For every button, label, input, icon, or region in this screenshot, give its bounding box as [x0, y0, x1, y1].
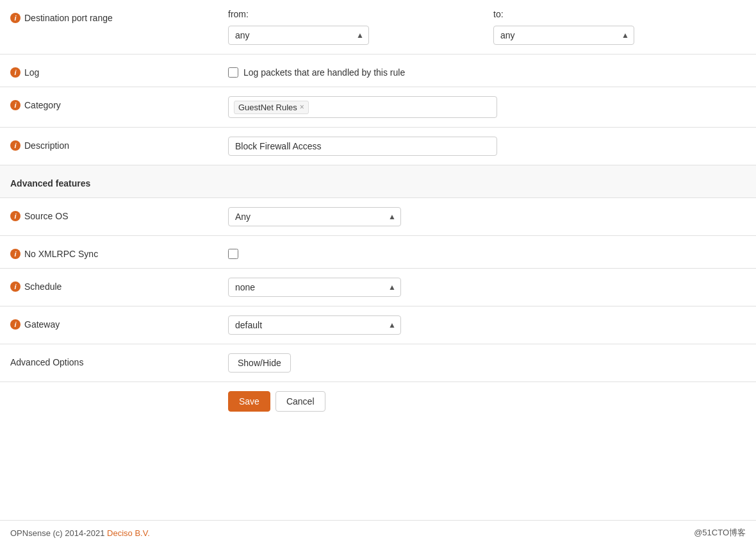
advanced-options-row: Advanced Options Show/Hide [0, 344, 756, 382]
category-label: i Category [10, 96, 228, 110]
category-tag-remove-icon[interactable]: × [300, 103, 304, 112]
footer-left: OPNsense (c) 2014-2021 Deciso B.V. [10, 528, 150, 538]
schedule-info-icon[interactable]: i [10, 281, 21, 292]
advanced-features-label: Advanced features [10, 174, 228, 189]
main-form: i Destination port range from: any ▲ to: [0, 0, 756, 421]
save-button[interactable]: Save [228, 391, 270, 412]
schedule-row: i Schedule none ▲ [0, 269, 756, 306]
log-controls: Log packets that are handled by this rul… [228, 63, 746, 78]
category-info-icon[interactable]: i [10, 100, 21, 110]
port-to-select[interactable]: any [493, 26, 634, 45]
destination-port-range-row: i Destination port range from: any ▲ to: [0, 0, 756, 55]
category-controls: GuestNet Rules × [228, 96, 746, 118]
from-label: from: [228, 9, 481, 22]
description-info-icon[interactable]: i [10, 140, 21, 151]
footer-left-text: OPNsense (c) 2014-2021 [10, 528, 107, 538]
gateway-info-icon[interactable]: i [10, 319, 21, 330]
cancel-button[interactable]: Cancel [275, 391, 325, 412]
log-label: i Log [10, 63, 228, 78]
port-from-section: from: any ▲ [228, 9, 481, 45]
source-os-row: i Source OS Any ▲ [0, 198, 756, 236]
source-os-wrapper: Any ▲ [228, 207, 401, 226]
actions-controls: Save Cancel [228, 391, 746, 412]
port-range-container: from: any ▲ to: any ▲ [228, 9, 746, 45]
gateway-row: i Gateway default ▲ [0, 306, 756, 344]
destination-port-range-label: i Destination port range [10, 9, 228, 23]
source-os-info-icon[interactable]: i [10, 211, 21, 221]
buttons-row: Save Cancel [228, 391, 325, 412]
description-controls [228, 137, 746, 156]
description-input[interactable] [228, 137, 497, 156]
source-os-controls: Any ▲ [228, 207, 746, 226]
description-row: i Description [0, 128, 756, 165]
footer-link[interactable]: Deciso B.V. [107, 528, 150, 538]
no-xmlrpc-controls [228, 245, 746, 259]
no-xmlrpc-checkbox-container [228, 245, 238, 259]
description-label: i Description [10, 137, 228, 151]
log-checkbox[interactable] [228, 67, 238, 78]
destination-port-range-info-icon[interactable]: i [10, 13, 21, 23]
actions-label-spacer [10, 391, 228, 395]
no-xmlrpc-info-icon[interactable]: i [10, 249, 21, 259]
schedule-wrapper: none ▲ [228, 278, 401, 297]
schedule-select[interactable]: none [228, 278, 401, 297]
gateway-controls: default ▲ [228, 315, 746, 335]
port-from-select[interactable]: any [228, 26, 369, 45]
advanced-options-label: Advanced Options [10, 353, 228, 367]
port-to-section: to: any ▲ [493, 9, 746, 45]
log-info-icon[interactable]: i [10, 67, 21, 78]
schedule-label: i Schedule [10, 278, 228, 292]
source-os-label: i Source OS [10, 207, 228, 221]
gateway-label: i Gateway [10, 315, 228, 330]
log-checkbox-label: Log packets that are handled by this rul… [243, 67, 405, 78]
port-from-wrapper: any ▲ [228, 26, 369, 45]
no-xmlrpc-checkbox[interactable] [228, 249, 238, 259]
log-row: i Log Log packets that are handled by th… [0, 55, 756, 87]
footer-right: @51CTO博客 [694, 527, 746, 539]
actions-row: Save Cancel [0, 382, 756, 421]
footer: OPNsense (c) 2014-2021 Deciso B.V. @51CT… [0, 520, 756, 545]
log-checkbox-container: Log packets that are handled by this rul… [228, 63, 405, 78]
to-label: to: [493, 9, 746, 22]
gateway-wrapper: default ▲ [228, 315, 401, 335]
category-tag-guestnet: GuestNet Rules × [234, 101, 309, 114]
no-xmlrpc-label: i No XMLRPC Sync [10, 245, 228, 259]
category-row: i Category GuestNet Rules × [0, 87, 756, 128]
category-tags-input[interactable]: GuestNet Rules × [228, 96, 497, 118]
advanced-features-header: Advanced features [0, 165, 756, 198]
no-xmlrpc-row: i No XMLRPC Sync [0, 236, 756, 269]
port-to-wrapper: any ▲ [493, 26, 634, 45]
category-tag-label: GuestNet Rules [238, 103, 297, 112]
gateway-select[interactable]: default [228, 315, 401, 335]
schedule-controls: none ▲ [228, 278, 746, 297]
source-os-select[interactable]: Any [228, 207, 401, 226]
show-hide-button[interactable]: Show/Hide [228, 353, 291, 373]
advanced-options-controls: Show/Hide [228, 353, 746, 373]
destination-port-range-controls: from: any ▲ to: any ▲ [228, 9, 746, 45]
